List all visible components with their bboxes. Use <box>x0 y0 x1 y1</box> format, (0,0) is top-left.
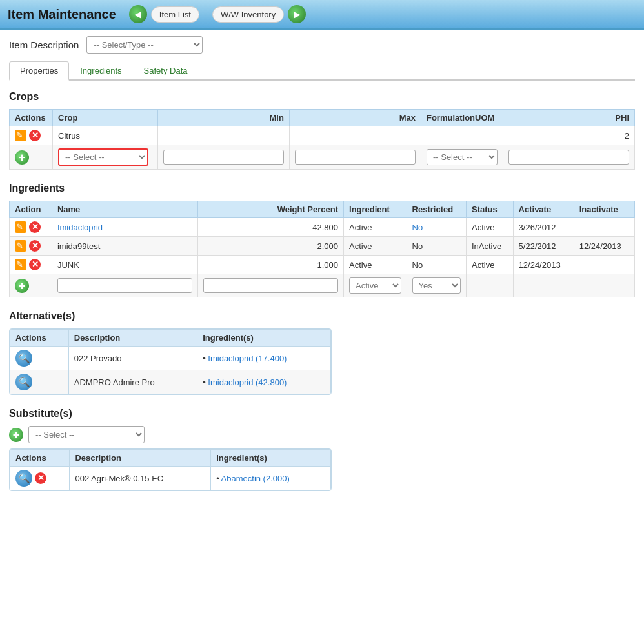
table-row: 🔍 022 Provado Imidacloprid (17.400) <box>10 347 331 370</box>
add-ingredient-button[interactable]: + <box>15 279 29 293</box>
delete-imida99test-button[interactable]: ✕ <box>29 240 41 252</box>
subs-col-actions: Actions <box>10 450 70 467</box>
crops-row1-min <box>157 126 289 145</box>
imidacloprid-link[interactable]: Imidacloprid <box>57 223 103 232</box>
ingredients-new-row: + Active Yes No <box>10 274 635 297</box>
add-substitute-button[interactable]: + <box>9 428 23 442</box>
ing-row2-inactivate: 12/24/2013 <box>574 237 634 256</box>
substitutes-table: Actions Description Ingredient(s) 🔍 ✕ 00… <box>10 449 331 490</box>
ing-new-name-cell <box>52 274 197 297</box>
nav-inventory[interactable]: W/W Inventory ▶ <box>212 5 306 23</box>
tab-properties[interactable]: Properties <box>9 61 69 81</box>
table-row: ✕ imida99test 2.000 Active No InActive 5… <box>10 237 635 256</box>
crops-new-max-input[interactable] <box>295 150 416 165</box>
crops-row1-phi: 2 <box>503 126 634 145</box>
ing-row1-status: Active <box>467 218 514 237</box>
ing-new-ingredient-select[interactable]: Active <box>349 277 401 294</box>
arrow-right-icon: ▶ <box>294 9 301 19</box>
item-list-nav-label[interactable]: Item List <box>151 6 199 23</box>
edit-junk-button[interactable] <box>15 259 26 270</box>
alt-row1-description: 022 Provado <box>68 347 197 370</box>
sub1-ing1-link[interactable]: Abamectin (2.000) <box>221 474 290 483</box>
ing-new-weight-cell <box>197 274 343 297</box>
crops-col-crop: Crop <box>53 110 158 126</box>
ingredients-title: Ingredients <box>9 183 635 194</box>
crops-col-min: Min <box>157 110 289 126</box>
crops-col-max: Max <box>289 110 421 126</box>
table-row: 🔍 ✕ 002 Agri-Mek® 0.15 EC Abamectin (2.0… <box>10 467 331 490</box>
alt-row2-ingredients: Imidacloprid (42.800) <box>197 370 331 394</box>
substitutes-select[interactable]: -- Select -- <box>28 426 145 443</box>
alternatives-title: Alternative(s) <box>9 310 635 322</box>
ing-row2-name: imida99test <box>52 237 197 256</box>
ing-col-weight: Weight Percent <box>197 201 343 218</box>
ing-row2-actions: ✕ <box>10 237 52 256</box>
ing-row3-inactivate <box>574 256 634 274</box>
crops-new-phi-cell <box>503 145 634 170</box>
crops-add-actions: + <box>10 145 53 170</box>
ing-row1-inactivate <box>574 218 634 237</box>
edit-imida99test-button[interactable] <box>15 240 26 252</box>
ing-new-ingredient-cell: Active <box>344 274 407 297</box>
ing-row1-actions: ✕ <box>10 218 52 237</box>
ing-col-inactivate: Inactivate <box>574 201 634 218</box>
ing-row3-name: JUNK <box>52 256 197 274</box>
delete-junk-button[interactable]: ✕ <box>29 259 41 270</box>
table-row: 🔍 ADMPRO Admire Pro Imidacloprid (42.800… <box>10 370 331 394</box>
substitutes-add-row: + -- Select -- <box>9 426 635 443</box>
add-crop-button[interactable]: + <box>15 150 29 165</box>
alternatives-box: Actions Description Ingredient(s) 🔍 022 … <box>9 328 332 395</box>
alt2-ing1-link[interactable]: Imidacloprid (42.800) <box>208 377 287 387</box>
tab-ingredients[interactable]: Ingredients <box>69 61 132 79</box>
ing-col-activate: Activate <box>513 201 574 218</box>
crops-new-uom-select[interactable]: -- Select -- <box>427 149 498 165</box>
ing-col-ingredient: Ingredient <box>344 201 407 218</box>
crops-new-phi-input[interactable] <box>508 150 629 165</box>
table-row: ✕ Citrus 2 <box>10 126 635 145</box>
ing-col-name: Name <box>52 201 197 218</box>
alt-col-description: Description <box>68 330 197 347</box>
edit-citrus-button[interactable] <box>15 130 26 141</box>
subs-col-description: Description <box>70 450 211 467</box>
main-content: Item Description -- Select/Type -- Prope… <box>0 30 644 510</box>
crops-new-uom-cell: -- Select -- <box>421 145 503 170</box>
crops-new-min-input[interactable] <box>163 150 284 165</box>
ing-row3-activate: 12/24/2013 <box>513 256 574 274</box>
view-alt2-button[interactable]: 🔍 <box>15 374 32 390</box>
arrow-left-icon: ◀ <box>134 9 141 19</box>
ing-row1-ingredient: Active <box>344 218 407 237</box>
view-alt1-button[interactable]: 🔍 <box>15 350 32 367</box>
crops-new-crop-cell: -- Select -- <box>53 145 158 170</box>
ing-row3-actions: ✕ <box>10 256 52 274</box>
delete-imidacloprid-button[interactable]: ✕ <box>29 221 41 233</box>
crops-col-actions: Actions <box>10 110 53 126</box>
ing-new-restricted-select[interactable]: Yes No <box>412 277 461 294</box>
view-sub1-button[interactable]: 🔍 <box>15 470 32 487</box>
inventory-nav-label[interactable]: W/W Inventory <box>212 6 284 23</box>
ing-row3-status: Active <box>467 256 514 274</box>
item-description-label: Item Description <box>9 39 79 50</box>
ing-row2-ingredient: Active <box>344 237 407 256</box>
alt1-ing1-link[interactable]: Imidacloprid (17.400) <box>208 354 287 363</box>
inventory-forward-button[interactable]: ▶ <box>288 5 306 23</box>
item-list-back-button[interactable]: ◀ <box>129 5 147 23</box>
ing-row2-activate: 5/22/2012 <box>513 237 574 256</box>
tab-bar: Properties Ingredients Safety Data <box>9 61 635 81</box>
item-description-select[interactable]: -- Select/Type -- <box>86 36 203 54</box>
alt-row2-description: ADMPRO Admire Pro <box>68 370 197 394</box>
ing-row1-weight: 42.800 <box>197 218 343 237</box>
nav-item-list[interactable]: ◀ Item List <box>129 5 199 23</box>
crops-new-row: + -- Select -- -- Select -- <box>10 145 635 170</box>
alternatives-table: Actions Description Ingredient(s) 🔍 022 … <box>10 329 331 394</box>
substitutes-box: Actions Description Ingredient(s) 🔍 ✕ 00… <box>9 448 332 491</box>
delete-sub1-button[interactable]: ✕ <box>35 472 46 484</box>
edit-imidacloprid-button[interactable] <box>15 221 26 233</box>
inventory-label: W/W Inventory <box>221 10 276 19</box>
ing-new-weight-input[interactable] <box>203 278 338 293</box>
crops-new-crop-select[interactable]: -- Select -- <box>58 148 148 166</box>
ing-col-action: Action <box>10 201 52 218</box>
tab-safety-data[interactable]: Safety Data <box>133 61 199 79</box>
ing-new-status-cell <box>467 274 514 297</box>
ing-new-name-input[interactable] <box>57 278 192 293</box>
delete-citrus-button[interactable]: ✕ <box>29 130 41 141</box>
